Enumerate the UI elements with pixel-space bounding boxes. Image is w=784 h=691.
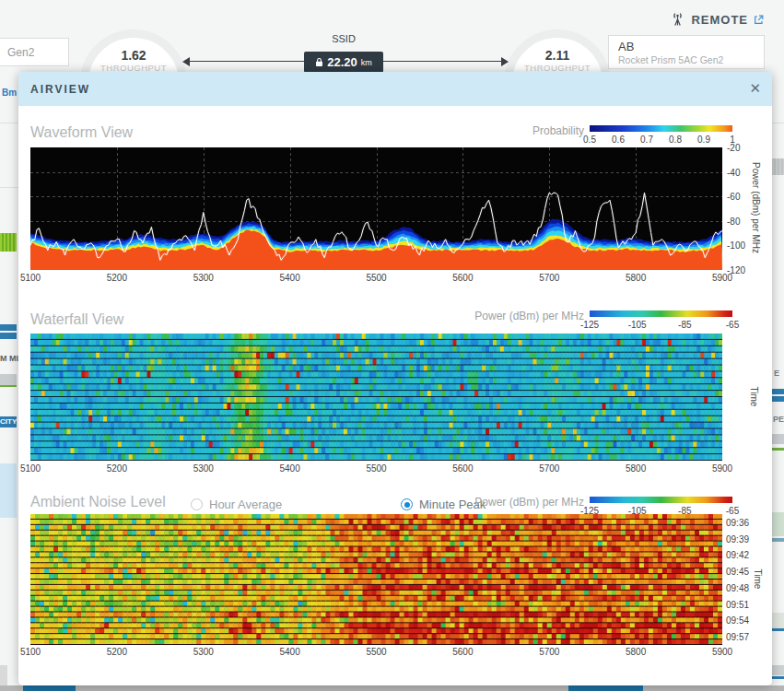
waveform-section-title: Waveform View bbox=[30, 124, 133, 141]
right-device-name: AB bbox=[618, 40, 634, 53]
bottom-button-fragment-left[interactable] bbox=[23, 685, 76, 691]
x-tick: 5500 bbox=[361, 647, 392, 657]
left-edge-blue-bar bbox=[0, 324, 17, 331]
time-tick: 09:54 bbox=[726, 615, 749, 626]
page-bottom-strip bbox=[0, 685, 784, 691]
hour-average-label[interactable]: Hour Average bbox=[209, 498, 282, 511]
ambient-x-axis: 510052005300540055005600570058005900 bbox=[30, 647, 722, 658]
remote-label: REMOTE bbox=[691, 13, 748, 27]
distance-unit: km bbox=[361, 58, 372, 67]
right-edge-bar-fragment bbox=[772, 158, 784, 175]
right-edge-blue-bar bbox=[772, 396, 784, 402]
legend-tick: 0.9 bbox=[691, 135, 717, 145]
left-edge-bar-chart-fragment bbox=[0, 233, 17, 252]
ambient-noise-heatmap bbox=[30, 514, 722, 645]
time-tick: 09:42 bbox=[726, 550, 749, 560]
bottom-button-fragment-right[interactable] bbox=[568, 685, 643, 691]
legend-tick: -65 bbox=[720, 320, 745, 330]
left-device-name-fragment: Gen2 bbox=[7, 46, 34, 59]
left-edge-block-fragment bbox=[0, 665, 7, 685]
time-tick: 09:48 bbox=[726, 583, 749, 593]
x-tick: 5600 bbox=[447, 463, 478, 474]
x-tick: 5300 bbox=[188, 463, 219, 474]
x-tick: 5100 bbox=[15, 273, 46, 283]
right-edge-gray-bar bbox=[772, 434, 784, 444]
right-edge-panel-fragment bbox=[772, 613, 784, 628]
left-edge-dbm-fragment: Bm bbox=[2, 88, 17, 98]
left-edge-gray-bar bbox=[0, 374, 17, 387]
legend-tick: -85 bbox=[672, 320, 697, 330]
x-tick: 5500 bbox=[361, 273, 392, 283]
legend-tick: 0.8 bbox=[662, 135, 688, 145]
power-colorbar bbox=[590, 497, 732, 503]
legend-tick: -125 bbox=[577, 320, 603, 330]
remote-link[interactable]: REMOTE bbox=[670, 12, 764, 28]
minute-peak-radio-row: Minute Peak bbox=[401, 498, 486, 511]
ambient-section-title: Ambient Noise Level bbox=[30, 494, 166, 510]
y-tick: -60 bbox=[727, 192, 740, 202]
probability-colorbar-ticks: 0.50.60.70.80.91 bbox=[590, 135, 732, 146]
right-edge-blue-line bbox=[772, 628, 784, 631]
right-edge-green-line bbox=[772, 448, 784, 451]
x-tick: 5600 bbox=[447, 647, 478, 657]
antenna-icon bbox=[670, 12, 685, 28]
x-tick: 5200 bbox=[101, 273, 133, 283]
y-tick: -40 bbox=[727, 168, 740, 178]
x-tick: 5400 bbox=[275, 273, 306, 283]
close-icon[interactable]: ✕ bbox=[749, 80, 761, 97]
right-device-card: AB Rocket Prism 5AC Gen2 bbox=[608, 35, 765, 69]
throughput-value: 1.62 bbox=[88, 48, 179, 63]
time-tick: 09:36 bbox=[726, 518, 749, 528]
x-tick: 5300 bbox=[188, 647, 219, 657]
x-tick: 5300 bbox=[188, 273, 219, 283]
power-colorbar-ticks: -125-105-85-65 bbox=[590, 320, 732, 331]
y-tick: -80 bbox=[727, 217, 740, 227]
hour-average-radio-row: Hour Average bbox=[191, 498, 282, 511]
right-device-model: Rocket Prism 5AC Gen2 bbox=[618, 54, 723, 65]
x-tick: 5600 bbox=[447, 273, 478, 283]
legend-tick: 0.7 bbox=[634, 135, 660, 145]
x-tick: 5900 bbox=[707, 273, 738, 283]
x-tick: 5800 bbox=[620, 273, 651, 283]
time-tick: 09:39 bbox=[726, 534, 749, 545]
x-tick: 5100 bbox=[15, 463, 46, 474]
right-edge-divider-bar bbox=[772, 538, 784, 542]
right-edge-panel-fragment bbox=[772, 512, 784, 536]
waterfall-section-title: Waterfall View bbox=[30, 311, 123, 328]
left-edge-capacity-badge: CITY bbox=[0, 416, 17, 427]
ssid-label: SSID bbox=[304, 33, 383, 44]
x-tick: 5700 bbox=[533, 463, 565, 474]
legend-tick: 0.5 bbox=[577, 135, 603, 145]
x-tick: 5800 bbox=[620, 463, 651, 474]
hour-average-radio[interactable] bbox=[191, 498, 203, 510]
airview-modal: AIRVIEW ✕ Waveform View Probability 0.50… bbox=[18, 72, 772, 685]
x-tick: 5900 bbox=[707, 647, 738, 657]
waterfall-time-axis-label: Time bbox=[749, 342, 759, 452]
x-tick: 5200 bbox=[101, 463, 133, 474]
x-tick: 5400 bbox=[275, 463, 306, 474]
time-tick: 09:45 bbox=[726, 567, 749, 577]
right-edge-text-fragment: E bbox=[774, 369, 779, 378]
x-tick: 5800 bbox=[620, 647, 651, 657]
waterfall-x-axis: 510052005300540055005600570058005900 bbox=[30, 463, 722, 474]
waveform-spectrum-plot bbox=[30, 147, 722, 270]
x-tick: 5100 bbox=[15, 647, 46, 657]
legend-tick: -105 bbox=[625, 320, 650, 330]
left-device-card: Gen2 bbox=[0, 38, 69, 66]
waterfall-heatmap bbox=[30, 334, 722, 461]
ambient-legend-label: Power (dBm) per MHz bbox=[474, 496, 584, 509]
left-edge-text-fragment: M MI bbox=[0, 354, 18, 363]
x-tick: 5900 bbox=[707, 463, 738, 474]
ambient-time-axis-label: Time bbox=[753, 524, 763, 635]
time-tick: 09:57 bbox=[726, 632, 749, 642]
time-tick: 09:51 bbox=[726, 600, 749, 610]
right-edge-text-fragment: PE bbox=[773, 415, 784, 424]
probability-colorbar bbox=[590, 125, 732, 132]
link-distance-badge: 22.20 km bbox=[304, 52, 383, 73]
minute-peak-radio[interactable] bbox=[401, 498, 413, 510]
right-edge-divider bbox=[772, 123, 784, 123]
lock-icon bbox=[315, 57, 323, 67]
waveform-y-axis-label: Power (dBm) per MHz bbox=[751, 153, 761, 264]
y-tick: -20 bbox=[727, 143, 740, 153]
legend-tick: 0.6 bbox=[605, 135, 631, 145]
